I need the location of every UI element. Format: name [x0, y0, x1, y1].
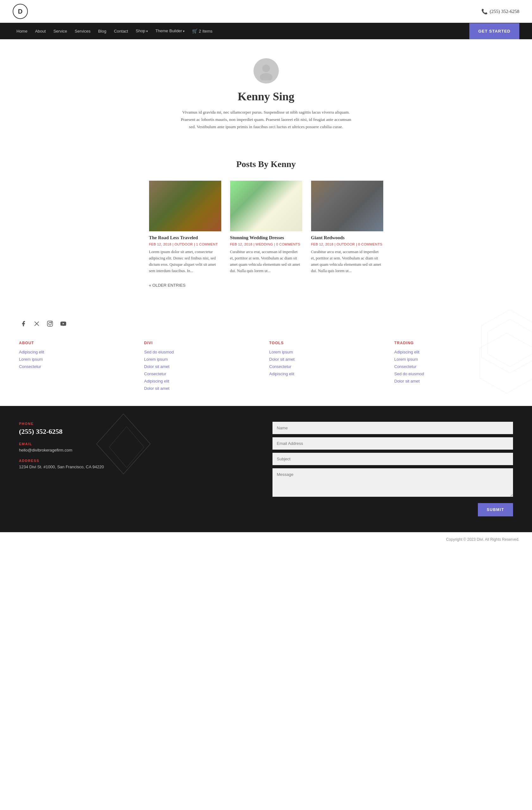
footer-link[interactable]: Dolor sit amet	[144, 386, 263, 391]
nav-blog[interactable]: Blog	[94, 23, 110, 39]
cart-area[interactable]: 🛒 2 Items	[188, 23, 216, 39]
message-field-group	[273, 468, 513, 498]
footer-link[interactable]: Consectetur	[269, 364, 388, 369]
phone-number: (255) 352-6258	[489, 9, 519, 14]
footer-link[interactable]: Adipiscing elit	[144, 379, 263, 384]
contact-address: 1234 Divi St. #1000, San Francisco, CA 9…	[19, 465, 260, 469]
svg-point-0	[262, 65, 270, 72]
email-input[interactable]	[273, 437, 513, 450]
svg-marker-4	[480, 333, 532, 393]
contact-email: hello@divibrokeragefirm.com	[19, 448, 260, 452]
svg-point-1	[260, 73, 273, 80]
main-nav: Home About Service Services Blog Contact…	[0, 23, 532, 39]
dark-footer: PHONE (255) 352-6258 EMAIL hello@divibro…	[0, 406, 532, 532]
footer-col-divi: DIVI Sed do eiusmod Lorem ipsum Dolor si…	[144, 341, 263, 393]
phone-icon: 📞	[481, 9, 488, 15]
footer-col-tools: TOOLS Lorem ipsum Dolor sit amet Consect…	[269, 341, 388, 393]
contact-form: SUBMIT	[273, 422, 513, 516]
posts-title: Posts By Kenny	[149, 159, 383, 169]
post-image-1	[230, 181, 302, 231]
logo[interactable]: D	[13, 4, 28, 19]
footer-col-about-title: ABOUT	[19, 341, 138, 345]
post-image-0	[149, 181, 221, 231]
footer-link[interactable]: Lorem ipsum	[19, 357, 138, 362]
name-field-group	[273, 422, 513, 434]
copyright: Copyright © 2023 Divi. All Rights Reserv…	[0, 532, 532, 547]
email-label: EMAIL	[19, 442, 260, 446]
nav-services[interactable]: Services	[71, 23, 94, 39]
nav-home[interactable]: Home	[13, 23, 31, 39]
post-meta-2: FEB 12, 2018 | OUTDOOR | 0 COMMENTS	[311, 242, 383, 246]
post-card-1: Stunning Wedding Dresses FEB 12, 2018 | …	[230, 181, 302, 274]
footer-link[interactable]: Dolor sit amet	[144, 364, 263, 369]
get-started-button[interactable]: GET STARTED	[469, 23, 519, 39]
footer-link[interactable]: Adipiscing elit	[19, 350, 138, 354]
contact-phone: (255) 352-6258	[19, 427, 260, 436]
footer-link[interactable]: Consectetur	[144, 371, 263, 376]
post-meta-1: FEB 12, 2018 | WEDDING | 0 COMMENTS	[230, 242, 302, 246]
author-bio: Vivamus id gravida mi, nec ullamcorper p…	[181, 109, 352, 131]
post-meta-0: FEB 12, 2018 | OUTDOOR | 1 COMMENT	[149, 242, 221, 246]
nav-shop-dropdown[interactable]: Shop	[132, 29, 151, 34]
footer-col-divi-title: DIVI	[144, 341, 263, 345]
email-field-group	[273, 437, 513, 450]
svg-point-7	[51, 322, 52, 322]
nav-service[interactable]: Service	[50, 23, 71, 39]
posts-grid: The Road Less Traveled FEB 12, 2018 | OU…	[149, 181, 383, 274]
post-excerpt-1: Curabitur arcu erat, accumsan id imperdi…	[230, 249, 302, 274]
nav-about[interactable]: About	[31, 23, 50, 39]
post-title-0[interactable]: The Road Less Traveled	[149, 235, 221, 241]
hex-deco-bottom	[475, 330, 532, 400]
author-name: Kenny Sing	[6, 90, 526, 103]
address-label: ADDRESS	[19, 459, 260, 463]
posts-section: Posts By Kenny The Road Less Traveled FE…	[124, 140, 408, 300]
post-title-1[interactable]: Stunning Wedding Dresses	[230, 235, 302, 241]
avatar-icon	[257, 61, 276, 80]
phone-area: 📞 (255) 352-6258	[481, 9, 519, 15]
top-bar: D 📞 (255) 352-6258	[0, 0, 532, 23]
social-instagram[interactable]	[46, 319, 54, 328]
social-twitter[interactable]	[32, 319, 41, 328]
nav-theme-builder[interactable]: Theme Builder	[151, 23, 188, 39]
contact-info: PHONE (255) 352-6258 EMAIL hello@divibro…	[19, 422, 260, 516]
social-icons	[19, 319, 513, 328]
subject-field-group	[273, 453, 513, 465]
footer-col-tools-title: TOOLS	[269, 341, 388, 345]
nav-shop[interactable]: Shop	[132, 23, 151, 39]
name-input[interactable]	[273, 422, 513, 434]
svg-point-6	[49, 322, 51, 325]
footer-link[interactable]: Lorem ipsum	[144, 357, 263, 362]
message-input[interactable]	[273, 468, 513, 497]
cart-label: Items	[202, 29, 212, 34]
phone-label: PHONE	[19, 422, 260, 425]
social-youtube[interactable]	[59, 319, 68, 328]
footer-col-about: ABOUT Adipiscing elit Lorem ipsum Consec…	[19, 341, 138, 393]
post-image-2	[311, 181, 383, 231]
footer-link[interactable]: Consectetur	[19, 364, 138, 369]
author-section: Kenny Sing Vivamus id gravida mi, nec ul…	[0, 39, 532, 140]
footer-links-section: ABOUT Adipiscing elit Lorem ipsum Consec…	[0, 300, 532, 406]
nav-theme-builder-dropdown[interactable]: Theme Builder	[151, 29, 188, 34]
post-excerpt-2: Curabitur arcu erat, accumsan id imperdi…	[311, 249, 383, 274]
post-card-2: Giant Redwoods FEB 12, 2018 | OUTDOOR | …	[311, 181, 383, 274]
social-facebook[interactable]	[19, 319, 28, 328]
svg-rect-5	[47, 321, 53, 326]
submit-button[interactable]: SUBMIT	[478, 503, 513, 516]
older-entries[interactable]: « OLDER ENTRIES	[149, 283, 383, 288]
post-title-2[interactable]: Giant Redwoods	[311, 235, 383, 241]
footer-link[interactable]: Adipiscing elit	[269, 371, 388, 376]
footer-link[interactable]: Sed do eiusmod	[144, 350, 263, 354]
cart-icon: 🛒	[192, 29, 197, 34]
nav-contact[interactable]: Contact	[110, 23, 132, 39]
author-avatar	[254, 58, 279, 83]
cart-count: 2	[199, 29, 201, 34]
post-card-0: The Road Less Traveled FEB 12, 2018 | OU…	[149, 181, 221, 274]
footer-columns: ABOUT Adipiscing elit Lorem ipsum Consec…	[19, 341, 513, 393]
footer-link[interactable]: Dolor sit amet	[269, 357, 388, 362]
post-excerpt-0: Lorem ipsum dolor sit amet, consectetur …	[149, 249, 221, 274]
subject-input[interactable]	[273, 453, 513, 465]
footer-link[interactable]: Lorem ipsum	[269, 350, 388, 354]
